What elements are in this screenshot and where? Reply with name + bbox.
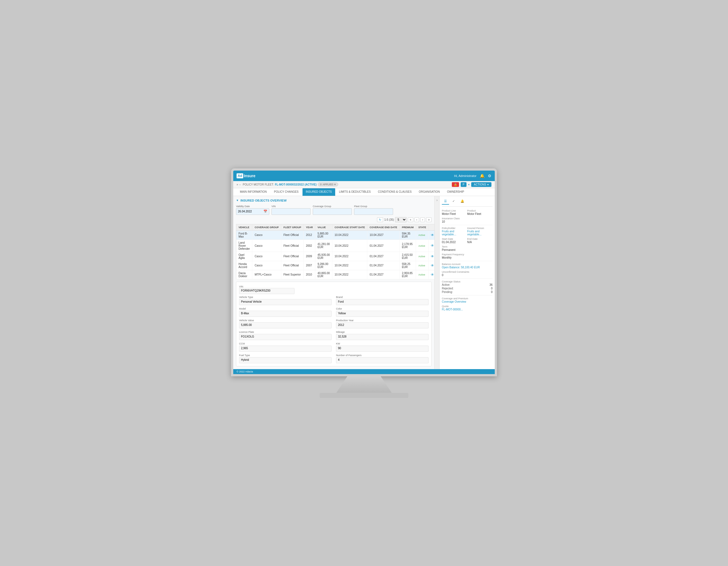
lock-button[interactable]: 🔒 bbox=[452, 182, 459, 187]
actions-button[interactable]: ACTIONS ▾ bbox=[471, 182, 491, 187]
brand-label: Brand bbox=[336, 296, 429, 298]
section-chevron-icon[interactable]: ▼ bbox=[236, 199, 239, 202]
table-body: Ford B-Max Casco Fleet Official 2012 5,8… bbox=[236, 231, 435, 279]
table-row[interactable]: Honda Accord Casco Fleet Official 2007 9… bbox=[236, 261, 435, 270]
col-coverage-group: COVERAGE GROUP bbox=[252, 224, 281, 231]
vin-input[interactable] bbox=[271, 208, 311, 215]
cell-year: 2009 bbox=[304, 252, 315, 261]
fuel-type-field: Fuel Type Hybrid bbox=[239, 354, 332, 363]
eye-icon[interactable]: 👁 bbox=[431, 244, 434, 248]
section-title: INSURED OBJECTS OVERVIEW bbox=[240, 199, 287, 202]
balance-info: Balance Account Open Balance: 58,100.40 … bbox=[442, 263, 493, 269]
breadcrumb-policy-number[interactable]: FL-MOT-0000032/2022 (ACTIVE) bbox=[275, 183, 317, 186]
coverage-overview-link[interactable]: Coverage Overview bbox=[442, 300, 493, 303]
vehicle-type-field: Vehicle Type Personal Vehicle bbox=[239, 296, 332, 305]
holder-info-row: Policyholder Fruits and vegetable... Ins… bbox=[442, 227, 493, 236]
cell-year: 2010 bbox=[304, 270, 315, 279]
right-sidebar: ☰ ✓ 🔔 Product Line Motor Fleet Product M… bbox=[439, 196, 495, 369]
actions-dropdown-icon: ▾ bbox=[487, 183, 489, 186]
cell-eye[interactable]: 👁 bbox=[429, 261, 434, 270]
coverage-pending-row: Pending: 0 bbox=[442, 290, 493, 293]
sidebar-tab-check[interactable]: ✓ bbox=[450, 198, 457, 205]
tab-organisation[interactable]: ORGANISATION bbox=[416, 188, 443, 196]
tab-conditions[interactable]: CONDITIONS & CLAUSES bbox=[375, 188, 415, 196]
coverage-group-input[interactable] bbox=[313, 208, 352, 215]
prev-page-button[interactable]: ‹ bbox=[414, 218, 419, 222]
kw-field: KW 90 bbox=[336, 342, 429, 352]
nav-arrows[interactable]: » ← bbox=[237, 183, 242, 186]
per-page-select[interactable]: 5 10 25 bbox=[395, 217, 407, 222]
constraints-info: Unconfirmed Constraints 0 bbox=[442, 271, 493, 277]
table-row[interactable]: Land Rover Defender Casco Fleet Official… bbox=[236, 240, 435, 252]
next-page-button[interactable]: › bbox=[420, 218, 425, 222]
col-fleet-group: FLEET GROUP bbox=[281, 224, 304, 231]
cell-start: 10.04.2022 bbox=[332, 252, 367, 261]
breadcrumb-right: 🔒 P ▾ ACTIONS ▾ bbox=[452, 182, 491, 187]
calendar-icon[interactable]: 📅 bbox=[263, 210, 267, 213]
table-row[interactable]: Opel Agila Casco Fleet Official 2009 45,… bbox=[236, 252, 435, 261]
balance-link[interactable]: Open Balance: 58,100.40 EUR bbox=[442, 266, 493, 269]
cell-fleet-group: Fleet Superior bbox=[281, 270, 304, 279]
vin-group: VIN bbox=[271, 205, 311, 215]
breadcrumb-left: » ← POLICY MOTOR FLEET: FL-MOT-0000032/2… bbox=[237, 183, 338, 186]
cell-premium: 558.25 EUR bbox=[399, 261, 416, 270]
cell-coverage-group: Casco bbox=[252, 231, 281, 240]
tab-main-information[interactable]: MAIN INFORMATION bbox=[237, 188, 270, 196]
coverage-active-row: Active: 36 bbox=[442, 283, 493, 286]
logo-insure: Insure bbox=[244, 174, 255, 178]
product-col: Product Motor Fleet bbox=[467, 209, 493, 216]
production-year-label: Production Year bbox=[336, 319, 429, 322]
licence-plate-label: Licence Plate bbox=[239, 330, 332, 333]
start-date-value: 01.04.2022 bbox=[442, 241, 467, 244]
bell-icon[interactable]: 🔔 bbox=[480, 174, 485, 178]
cell-state: Active bbox=[416, 261, 429, 270]
tab-limits[interactable]: LIMITS & DEDUCTIBLES bbox=[336, 188, 374, 196]
product-line-col: Product Line Motor Fleet bbox=[442, 209, 467, 216]
left-panel: ▼ INSURED OBJECTS OVERVIEW Validity Date… bbox=[233, 196, 434, 369]
color-value: Yellow bbox=[336, 311, 429, 317]
p-dropdown-icon[interactable]: ▾ bbox=[468, 183, 470, 186]
policyholder-link[interactable]: Fruits and vegetable... bbox=[442, 230, 467, 236]
cell-eye[interactable]: 👁 bbox=[429, 252, 434, 261]
gear-icon[interactable]: ⚙ bbox=[488, 174, 491, 178]
tab-policy-changes[interactable]: POLICY CHANGES bbox=[271, 188, 302, 196]
fleet-group-input[interactable] bbox=[354, 208, 393, 215]
dates-info-row: Start Date 01.04.2022 End Date N/A bbox=[442, 238, 493, 244]
fuel-type-value: Hybrid bbox=[239, 357, 332, 363]
eye-icon[interactable]: 👁 bbox=[431, 273, 434, 277]
validity-date-label: Validity Date bbox=[236, 205, 269, 208]
last-page-button[interactable]: » bbox=[426, 218, 432, 222]
cell-eye[interactable]: 👁 bbox=[429, 240, 434, 252]
cell-state: Active bbox=[416, 240, 429, 252]
coverage-group-label: Coverage Group bbox=[313, 205, 352, 208]
cell-fleet-group: Fleet Official bbox=[281, 261, 304, 270]
eye-icon[interactable]: 👁 bbox=[431, 264, 434, 268]
cell-value: 41,281.00 EUR bbox=[315, 240, 332, 252]
product-label: Product bbox=[467, 209, 493, 212]
constraints-value: 0 bbox=[442, 274, 493, 277]
sidebar-collapse-btn[interactable]: › bbox=[434, 196, 439, 369]
refresh-button[interactable]: ↻ bbox=[377, 218, 383, 222]
table-row[interactable]: Ford B-Max Casco Fleet Official 2012 5,8… bbox=[236, 231, 435, 240]
end-date-col: End Date N/A bbox=[467, 238, 493, 244]
quote-link[interactable]: FL-MOT-00000... bbox=[442, 308, 493, 311]
mileage-value: 32,528 bbox=[336, 334, 429, 340]
first-page-button[interactable]: « bbox=[408, 218, 413, 222]
table-row[interactable]: Dacia Dokker MTPL+Casco Fleet Superior 2… bbox=[236, 270, 435, 279]
cell-year: 2007 bbox=[304, 261, 315, 270]
tab-ownership[interactable]: OWNERSHIP bbox=[444, 188, 468, 196]
cell-eye[interactable]: 👁 bbox=[429, 270, 434, 279]
validity-date-input[interactable]: 26.04.2022 📅 bbox=[236, 208, 269, 215]
applied-dropdown-icon[interactable]: ▾ bbox=[334, 183, 336, 186]
vin-detail-value: FORI6VHTQ29KRSZ00 bbox=[239, 288, 294, 294]
cell-eye[interactable]: 👁 bbox=[429, 231, 434, 240]
eye-icon[interactable]: 👁 bbox=[431, 255, 434, 259]
eye-icon[interactable]: 👁 bbox=[431, 233, 434, 237]
p-button[interactable]: P bbox=[461, 182, 466, 187]
sidebar-tab-menu[interactable]: ☰ bbox=[442, 198, 449, 205]
filter-row: Validity Date 26.04.2022 📅 VIN Coverage … bbox=[236, 205, 432, 215]
insured-person-link[interactable]: Fruits and vegetable... bbox=[467, 230, 493, 236]
tab-insured-objects[interactable]: INSURED OBJECTS bbox=[303, 188, 335, 196]
sidebar-tab-bell[interactable]: 🔔 bbox=[458, 198, 466, 205]
coverage-status-info: Coverage Status Active: 36 Rejected: 0 P… bbox=[442, 280, 493, 293]
